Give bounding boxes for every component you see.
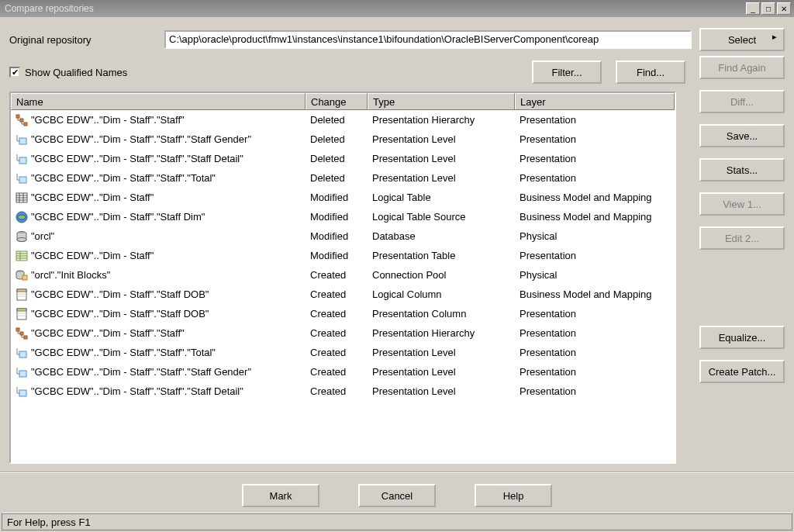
table-row[interactable]: "GCBC EDW".."Dim - Staff"."Staff"."Staff… (11, 149, 675, 168)
table-row[interactable]: "GCBC EDW".."Dim - Staff"."Staff Dim"Mod… (11, 207, 675, 226)
svg-rect-33 (17, 289, 26, 292)
svg-rect-52 (19, 371, 26, 377)
table-row[interactable]: "GCBC EDW".."Dim - Staff"."Staff"."Staff… (11, 362, 675, 382)
svg-rect-40 (16, 328, 19, 331)
stats-button[interactable]: Stats... (699, 158, 785, 181)
cancel-button[interactable]: Cancel (358, 484, 436, 507)
table-row[interactable]: "GCBC EDW".."Dim - Staff"."Staff"Deleted… (11, 110, 675, 130)
table-row[interactable]: "GCBC EDW".."Dim - Staff"."Staff"Created… (11, 323, 675, 343)
view1-button: View 1... (699, 192, 785, 216)
row-type: Presentation Level (368, 347, 515, 358)
find-again-button: Find Again (699, 56, 785, 79)
row-layer: Presentation (515, 250, 675, 261)
row-layer: Presentation (515, 172, 675, 184)
svg-rect-37 (17, 309, 26, 311)
create-patch-button[interactable]: Create Patch... (699, 360, 785, 383)
row-change: Deleted (306, 114, 368, 126)
column-header-change[interactable]: Change (306, 93, 368, 109)
row-type: Presentation Column (368, 308, 515, 320)
row-layer: Presentation (515, 347, 675, 358)
table-row[interactable]: "GCBC EDW".."Dim - Staff"."Staff"."Staff… (11, 382, 675, 401)
close-button[interactable]: ✕ (777, 2, 791, 15)
window-title: Compare repositories (3, 3, 746, 14)
grid-body[interactable]: "GCBC EDW".."Dim - Staff"."Staff"Deleted… (11, 110, 675, 462)
svg-rect-15 (19, 177, 26, 183)
help-button[interactable]: Help (475, 484, 552, 507)
row-name: "GCBC EDW".."Dim - Staff"."Staff"."Staff… (31, 153, 243, 164)
select-button[interactable]: Select (699, 28, 785, 51)
table-row[interactable]: "GCBC EDW".."Dim - Staff"."Staff DOB"Cre… (11, 304, 675, 323)
row-type: Logical Table (368, 192, 515, 203)
row-change: Deleted (306, 172, 368, 184)
row-change: Modified (306, 211, 368, 223)
row-type: Logical Table Source (368, 211, 515, 223)
row-name: "orcl" (31, 230, 54, 242)
row-name: "GCBC EDW".."Dim - Staff"."Staff DOB" (31, 308, 209, 320)
column-header-layer[interactable]: Layer (515, 93, 675, 109)
level-icon (16, 153, 28, 165)
table-row[interactable]: "GCBC EDW".."Dim - Staff"."Staff"."Total… (11, 343, 675, 362)
equalize-button[interactable]: Equalize... (699, 326, 785, 349)
row-name: "GCBC EDW".."Dim - Staff"."Staff Dim" (31, 211, 205, 223)
row-type: Database (368, 230, 515, 242)
row-change: Deleted (306, 133, 368, 145)
save-button[interactable]: Save... (699, 124, 785, 147)
row-change: Created (306, 308, 368, 320)
row-layer: Presentation (515, 133, 675, 145)
row-name: "GCBC EDW".."Dim - Staff"."Staff"."Total… (31, 172, 216, 184)
show-qualified-checkbox[interactable]: ✔ (9, 67, 20, 78)
filter-button[interactable]: Filter... (532, 60, 602, 84)
row-layer: Physical (515, 230, 675, 242)
table-row[interactable]: "orcl"ModifiedDatabasePhysical (11, 226, 675, 246)
row-name: "orcl"."Init Blocks" (31, 269, 110, 281)
table-row[interactable]: "GCBC EDW".."Dim - Staff"ModifiedPresent… (11, 246, 675, 265)
hierarchy-icon (16, 114, 28, 126)
row-type: Presentation Level (368, 153, 515, 164)
table-row[interactable]: "GCBC EDW".."Dim - Staff"."Staff"."Staff… (11, 130, 675, 149)
row-type: Presentation Level (368, 385, 515, 397)
row-type: Presentation Level (368, 172, 515, 184)
status-bar: For Help, press F1 (2, 513, 792, 530)
row-layer: Presentation (515, 385, 675, 397)
row-change: Created (306, 327, 368, 339)
original-repository-path[interactable]: C:\app\oracle\product\fmw1\instances\ins… (164, 30, 692, 49)
maximize-button[interactable]: □ (761, 2, 775, 15)
ptable-icon (16, 250, 28, 262)
row-change: Modified (306, 250, 368, 261)
row-layer: Presentation (515, 114, 675, 126)
row-name: "GCBC EDW".."Dim - Staff" (31, 250, 154, 261)
minimize-button[interactable]: _ (746, 2, 760, 15)
level-icon (16, 385, 28, 398)
original-repository-label: Original repository (9, 34, 157, 46)
column-header-type[interactable]: Type (368, 93, 515, 109)
find-button[interactable]: Find... (616, 60, 685, 84)
row-change: Created (306, 366, 368, 378)
table-row[interactable]: "orcl"."Init Blocks"CreatedConnection Po… (11, 265, 675, 285)
row-layer: Presentation (515, 366, 675, 378)
table-row[interactable]: "GCBC EDW".."Dim - Staff"."Staff DOB"Cre… (11, 285, 675, 304)
svg-rect-55 (19, 390, 26, 396)
pool-icon (16, 269, 28, 282)
mark-button[interactable]: Mark (242, 484, 319, 507)
diff-button: Diff... (699, 90, 785, 113)
row-change: Modified (306, 230, 368, 242)
column-header-name[interactable]: Name (11, 93, 306, 109)
table-row[interactable]: "GCBC EDW".."Dim - Staff"."Staff"."Total… (11, 168, 675, 188)
row-change: Deleted (306, 153, 368, 164)
row-name: "GCBC EDW".."Dim - Staff"."Staff"."Staff… (31, 366, 251, 378)
show-qualified-label: Show Qualified Names (25, 67, 127, 78)
row-name: "GCBC EDW".."Dim - Staff"."Staff"."Total… (31, 347, 216, 358)
hierarchy-icon (16, 327, 28, 340)
row-layer: Business Model and Mapping (515, 192, 675, 203)
svg-rect-1 (20, 119, 23, 122)
row-change: Created (306, 347, 368, 358)
row-type: Presentation Hierarchy (368, 327, 515, 339)
column-icon (16, 288, 28, 301)
level-icon (16, 347, 28, 359)
row-layer: Business Model and Mapping (515, 288, 675, 300)
row-name: "GCBC EDW".."Dim - Staff"."Staff DOB" (31, 288, 209, 300)
row-change: Created (306, 269, 368, 281)
svg-rect-0 (16, 115, 19, 118)
titlebar: Compare repositories _ □ ✕ (0, 0, 794, 17)
table-row[interactable]: "GCBC EDW".."Dim - Staff"ModifiedLogical… (11, 188, 675, 207)
